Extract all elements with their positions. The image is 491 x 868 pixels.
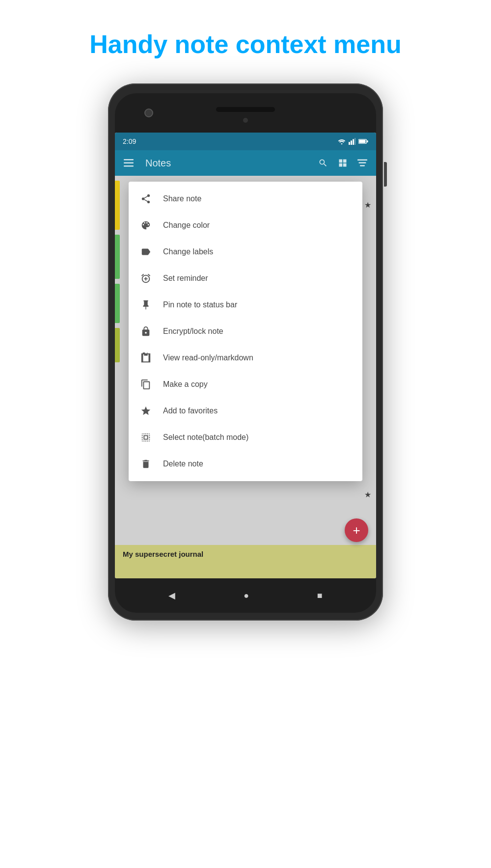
svg-rect-0	[349, 142, 350, 145]
star-indicator-2: ★	[364, 490, 371, 499]
svg-rect-12	[360, 165, 365, 166]
star-indicator: ★	[364, 200, 371, 210]
view-readonly-label: View read-only/markdown	[163, 353, 253, 362]
svg-rect-11	[359, 162, 366, 163]
menu-icon[interactable]	[122, 156, 136, 170]
green-strip-2	[115, 284, 120, 323]
toolbar-title: Notes	[145, 158, 310, 169]
app-toolbar: Notes	[115, 150, 376, 176]
pin-icon	[139, 298, 152, 311]
status-bar: 2:09	[115, 133, 376, 150]
grid-view-icon[interactable]	[336, 156, 350, 170]
menu-item-set-reminder[interactable]: Set reminder	[129, 265, 362, 292]
color-strips	[115, 176, 121, 578]
menu-item-delete-note[interactable]: Delete note	[129, 451, 362, 477]
set-reminder-label: Set reminder	[163, 274, 208, 283]
menu-item-pin-status-bar[interactable]: Pin note to status bar	[129, 292, 362, 318]
phone-screen: 2:09	[115, 133, 376, 578]
fab-add-button[interactable]: +	[345, 518, 368, 542]
context-menu: Share note Change color	[129, 182, 362, 481]
menu-item-select-batch[interactable]: Select note(batch mode)	[129, 424, 362, 451]
menu-item-add-favorites[interactable]: Add to favorites	[129, 398, 362, 424]
status-icons	[338, 138, 368, 145]
pin-status-bar-label: Pin note to status bar	[163, 300, 237, 309]
green-strip	[115, 235, 120, 279]
speaker	[216, 107, 275, 112]
menu-item-encrypt-lock[interactable]: Encrypt/lock note	[129, 318, 362, 345]
select-batch-icon	[139, 431, 152, 444]
phone-shell: 2:09	[108, 83, 383, 621]
battery-icon	[358, 138, 368, 144]
olive-strip	[115, 328, 120, 362]
label-icon	[139, 245, 152, 258]
svg-rect-6	[359, 140, 365, 143]
share-note-label: Share note	[163, 194, 201, 203]
lock-icon	[139, 325, 152, 338]
sort-icon[interactable]	[355, 156, 369, 170]
recent-button[interactable]: ■	[317, 591, 323, 601]
add-favorites-label: Add to favorites	[163, 407, 218, 415]
alarm-add-icon	[139, 272, 152, 285]
svg-rect-5	[367, 140, 368, 142]
back-button[interactable]: ◀	[168, 590, 175, 601]
svg-rect-8	[124, 163, 134, 164]
yellow-strip	[115, 181, 120, 230]
change-labels-label: Change labels	[163, 247, 213, 256]
delete-note-label: Delete note	[163, 460, 203, 468]
copy-icon	[139, 378, 152, 391]
notes-background: ★ ★ Share note	[115, 176, 376, 578]
change-color-label: Change color	[163, 221, 210, 230]
camera-icon	[144, 108, 153, 117]
palette-icon	[139, 219, 152, 232]
menu-item-make-copy[interactable]: Make a copy	[129, 371, 362, 398]
svg-rect-7	[124, 159, 134, 161]
svg-rect-3	[355, 138, 355, 145]
menu-item-share-note[interactable]: Share note	[129, 186, 362, 212]
encrypt-lock-label: Encrypt/lock note	[163, 327, 223, 336]
share-icon	[139, 192, 152, 205]
svg-rect-9	[124, 165, 134, 167]
page-title: Handy note context menu	[70, 29, 421, 59]
menu-item-view-readonly[interactable]: View read-only/markdown	[129, 345, 362, 371]
search-icon[interactable]	[316, 156, 330, 170]
status-time: 2:09	[123, 137, 136, 145]
star-icon	[139, 405, 152, 417]
bottom-note: My supersecret journal	[115, 545, 376, 578]
select-batch-label: Select note(batch mode)	[163, 433, 248, 442]
volume-button	[384, 162, 387, 187]
phone-bottom-bezel: ◀ ● ■	[115, 578, 376, 613]
svg-rect-2	[353, 139, 354, 145]
signal-icon	[349, 138, 355, 145]
menu-item-change-labels[interactable]: Change labels	[129, 239, 362, 265]
menu-item-change-color[interactable]: Change color	[129, 212, 362, 239]
trash-icon	[139, 458, 152, 470]
make-copy-label: Make a copy	[163, 380, 208, 389]
front-camera	[243, 118, 248, 123]
wifi-icon	[338, 138, 346, 145]
svg-rect-10	[357, 160, 367, 161]
home-button[interactable]: ●	[244, 591, 249, 601]
bottom-note-title: My supersecret journal	[123, 550, 203, 558]
phone-top-bezel	[115, 93, 376, 133]
book-icon	[139, 352, 152, 364]
svg-rect-1	[351, 140, 352, 145]
